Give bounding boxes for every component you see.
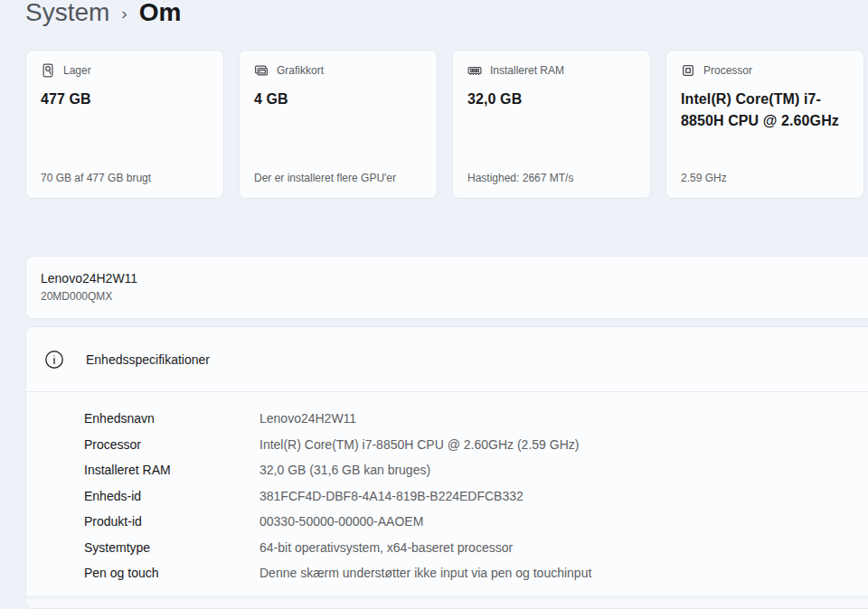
cpu-icon	[681, 63, 695, 78]
device-name: Lenovo24H2W11	[41, 270, 863, 287]
gpu-icon	[254, 63, 269, 78]
graphics-card-footer: Der er installeret flere GPU'er	[254, 172, 422, 185]
page-title: Om	[139, 0, 182, 31]
chevron-right-icon: ›	[121, 0, 127, 32]
processor-card-label: Processor	[703, 64, 752, 77]
processor-card-header: Processor	[681, 63, 849, 78]
spec-value: 381FCF4D-DBF8-4A14-819B-B224EDFCB332	[259, 489, 524, 503]
spec-value: 64-bit operativsystem, x64-baseret proce…	[259, 540, 513, 555]
spec-row-installed-ram: Installeret RAM 32,0 GB (31,6 GB kan bru…	[84, 457, 868, 483]
spec-label: Enheds-id	[84, 489, 259, 503]
storage-card-header: Lager	[41, 63, 209, 78]
processor-card: Processor Intel(R) Core(TM) i7-8850H CPU…	[665, 50, 864, 199]
processor-card-value: Intel(R) Core(TM) i7-8850H CPU @ 2.60GHz	[681, 89, 849, 132]
spec-card-footer-strip	[26, 599, 868, 608]
spec-label: Processor	[84, 437, 259, 452]
spec-row-device-id: Enheds-id 381FCF4D-DBF8-4A14-819B-B224ED…	[84, 483, 868, 510]
graphics-card: Grafikkort 4 GB Der er installeret flere…	[239, 50, 438, 199]
spec-label: Systemtype	[84, 540, 259, 555]
settings-about-page: System › Om Lager 477 GB 70 GB af 477 GB…	[0, 0, 868, 609]
spec-label: Pen og touch	[84, 566, 259, 580]
device-specifications-expander[interactable]: Enhedsspecifikationer	[26, 327, 868, 392]
storage-card-value: 477 GB	[41, 89, 209, 110]
spec-value: Lenovo24H2W11	[259, 411, 356, 426]
ram-card-header: Installeret RAM	[467, 63, 636, 78]
hard-drive-icon	[41, 63, 55, 78]
spec-value: 00330-50000-00000-AAOEM	[259, 514, 423, 529]
storage-card-footer: 70 GB af 477 GB brugt	[41, 172, 209, 185]
device-model: 20MD000QMX	[41, 289, 863, 304]
ram-card-footer: Hastighed: 2667 MT/s	[467, 172, 636, 185]
breadcrumb: System › Om	[25, 0, 181, 33]
spec-value: Intel(R) Core(TM) i7-8850H CPU @ 2.60GHz…	[259, 437, 579, 452]
ram-card: Installeret RAM 32,0 GB Hastighed: 2667 …	[452, 50, 651, 199]
spec-value: 32,0 GB (31,6 GB kan bruges)	[259, 463, 430, 477]
storage-card-label: Lager	[63, 64, 91, 77]
spec-value: Denne skærm understøtter ikke input via …	[259, 566, 591, 580]
spec-row-pen-touch: Pen og touch Denne skærm understøtter ik…	[84, 560, 868, 586]
spec-row-system-type: Systemtype 64-bit operativsystem, x64-ba…	[84, 535, 868, 561]
spec-label: Produkt-id	[84, 514, 259, 529]
spec-row-device-name: Enhedsnavn Lenovo24H2W11	[84, 406, 868, 432]
ram-card-label: Installeret RAM	[490, 64, 564, 77]
device-specifications-rows: Enhedsnavn Lenovo24H2W11 Processor Intel…	[26, 392, 868, 586]
device-name-card: Lenovo24H2W11 20MD000QMX	[25, 256, 868, 319]
ram-icon	[467, 63, 482, 78]
ram-card-value: 32,0 GB	[467, 89, 636, 110]
spec-row-product-id: Produkt-id 00330-50000-00000-AAOEM	[84, 509, 868, 535]
device-specifications-title: Enhedsspecifikationer	[86, 352, 210, 367]
processor-card-footer: 2.59 GHz	[681, 172, 849, 185]
breadcrumb-system[interactable]: System	[25, 0, 109, 31]
summary-cards-row: Lager 477 GB 70 GB af 477 GB brugt Grafi…	[25, 50, 864, 199]
graphics-card-header: Grafikkort	[254, 63, 422, 78]
device-specifications-card: Enhedsspecifikationer Enhedsnavn Lenovo2…	[25, 326, 868, 609]
spec-label: Enhedsnavn	[84, 411, 259, 426]
graphics-card-value: 4 GB	[254, 89, 422, 110]
spec-label: Installeret RAM	[84, 463, 259, 477]
spec-row-processor: Processor Intel(R) Core(TM) i7-8850H CPU…	[84, 432, 868, 458]
info-icon	[44, 350, 64, 370]
graphics-card-label: Grafikkort	[277, 64, 324, 77]
storage-card: Lager 477 GB 70 GB af 477 GB brugt	[25, 50, 224, 199]
